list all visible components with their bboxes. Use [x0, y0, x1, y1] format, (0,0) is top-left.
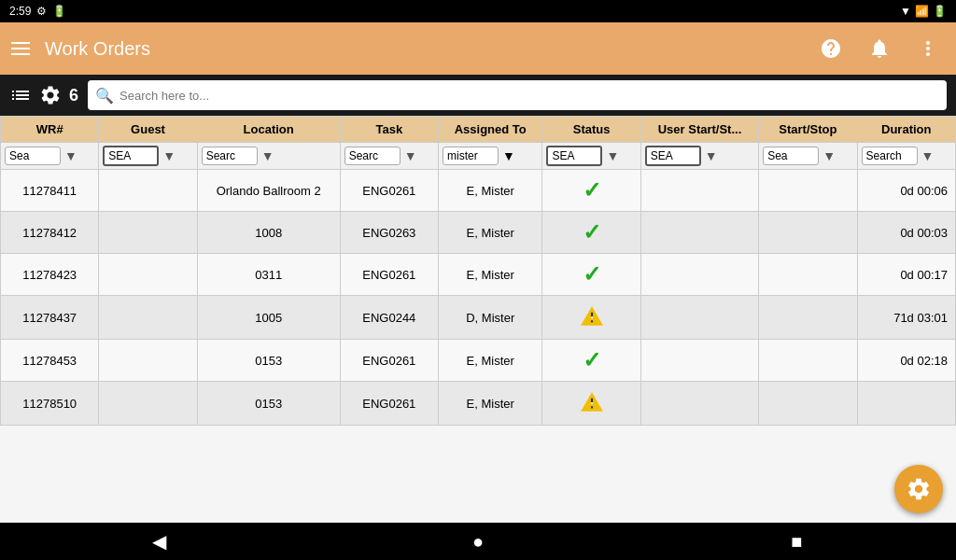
- cell-duration: 0d 00:06: [857, 170, 955, 212]
- filter-btn-duration[interactable]: ▼: [920, 147, 936, 165]
- cell-user-start-stop: [640, 296, 758, 340]
- cell-user-start-stop: [640, 170, 758, 212]
- battery-icon: 🔋: [52, 5, 66, 18]
- filter-btn-guest[interactable]: ▼: [161, 147, 177, 165]
- cell-wr: 11278423: [1, 254, 99, 296]
- cell-guest: [99, 296, 197, 340]
- table-row[interactable]: 112784530153ENG0261E, Mister✓0d 02:18: [1, 340, 956, 382]
- cell-start-stop: [759, 382, 857, 426]
- cell-status: ✓: [542, 212, 640, 254]
- cell-wr: 11278437: [1, 296, 99, 340]
- warning-icon: [579, 389, 605, 415]
- settings-small-icon: [39, 84, 62, 106]
- cell-user-start-stop: [640, 254, 758, 296]
- cell-location: 0153: [197, 340, 340, 382]
- list-icon: [9, 84, 32, 106]
- back-button[interactable]: ◀: [141, 523, 178, 560]
- col-header-status[interactable]: Status: [542, 117, 640, 143]
- filter-input-assigned-to[interactable]: [443, 147, 499, 165]
- cell-assigned-to: E, Mister: [438, 382, 542, 426]
- filter-input-task[interactable]: [344, 147, 401, 165]
- col-header-wr[interactable]: WR#: [1, 117, 99, 143]
- cell-task: ENG0261: [340, 170, 438, 212]
- cell-task: ENG0261: [340, 382, 438, 426]
- menu-button[interactable]: [11, 42, 30, 55]
- filter-input-guest[interactable]: [103, 146, 159, 166]
- table-row[interactable]: 112784230311ENG0261E, Mister✓0d 00:17: [1, 254, 956, 296]
- help-button[interactable]: [814, 32, 848, 65]
- work-orders-table: WR# Guest Location Task Assigned To Stat…: [0, 116, 956, 426]
- cell-status: [542, 296, 640, 340]
- status-time: 2:59: [9, 5, 31, 18]
- recent-apps-button[interactable]: ■: [778, 523, 815, 560]
- cell-start-stop: [759, 340, 857, 382]
- cell-task: ENG0263: [340, 212, 438, 254]
- cell-location: Orlando Ballroom 2: [197, 170, 340, 212]
- column-header-row: WR# Guest Location Task Assigned To Stat…: [1, 117, 956, 143]
- table-row[interactable]: 112785100153ENG0261E, Mister: [1, 382, 956, 426]
- table-row[interactable]: 11278411Orlando Ballroom 2ENG0261E, Mist…: [1, 170, 956, 212]
- filter-cell-user-start-stop: ▼: [640, 143, 758, 170]
- cell-assigned-to: E, Mister: [438, 340, 542, 382]
- filter-btn-location[interactable]: ▼: [260, 147, 276, 165]
- filter-btn-task[interactable]: ▼: [402, 147, 419, 165]
- search-icon: 🔍: [95, 87, 114, 105]
- filter-input-location[interactable]: [202, 147, 258, 165]
- cell-status: ✓: [542, 254, 640, 296]
- filter-input-status[interactable]: [546, 146, 602, 166]
- col-header-assigned-to[interactable]: Assigned To: [438, 117, 542, 143]
- home-button[interactable]: ●: [459, 523, 497, 560]
- cell-wr: 11278412: [1, 212, 99, 254]
- filter-btn-start-stop[interactable]: ▼: [821, 147, 837, 165]
- cell-duration: 0d 00:17: [857, 254, 955, 296]
- cell-guest: [99, 170, 197, 212]
- filter-cell-status: ▼: [542, 143, 640, 170]
- col-header-location[interactable]: Location: [197, 117, 340, 143]
- cell-status: ✓: [542, 340, 640, 382]
- cell-task: ENG0244: [340, 296, 438, 340]
- filter-btn-assigned-to[interactable]: ▼: [500, 147, 517, 165]
- checkmark-icon: ✓: [583, 347, 601, 372]
- cell-wr: 11278453: [1, 340, 99, 382]
- more-options-button[interactable]: [911, 32, 945, 65]
- notifications-button[interactable]: [863, 32, 896, 65]
- filter-btn-wr[interactable]: ▼: [63, 147, 79, 165]
- filter-btn-user-start-stop[interactable]: ▼: [703, 147, 720, 165]
- global-search-wrapper[interactable]: 🔍: [88, 80, 947, 110]
- filter-input-wr[interactable]: [5, 147, 61, 165]
- cell-location: 0311: [197, 254, 340, 296]
- filter-input-start-stop[interactable]: [763, 147, 819, 165]
- settings-icon: ⚙: [36, 5, 47, 18]
- col-header-start-stop[interactable]: Start/Stop: [759, 117, 857, 143]
- table-row[interactable]: 112784371005ENG0244D, Mister 71d 03:01: [1, 296, 956, 340]
- cell-start-stop: [759, 170, 857, 212]
- cell-task: ENG0261: [340, 254, 438, 296]
- cell-start-stop: [759, 212, 857, 254]
- app-bar: Work Orders: [0, 22, 956, 75]
- fab-settings[interactable]: [894, 465, 943, 513]
- cell-location: 1008: [197, 212, 340, 254]
- gear-icon: [906, 476, 932, 502]
- col-header-task[interactable]: Task: [340, 117, 438, 143]
- filter-input-duration[interactable]: [862, 147, 918, 165]
- cell-guest: [99, 340, 197, 382]
- bottom-nav: ◀ ● ■: [0, 523, 956, 560]
- status-bar: 2:59 ⚙ 🔋 ▼ 📶 🔋: [0, 0, 956, 22]
- cell-duration: [857, 382, 955, 426]
- table-row[interactable]: 112784121008ENG0263E, Mister✓0d 00:03: [1, 212, 956, 254]
- filter-input-user-start-stop[interactable]: [645, 146, 701, 166]
- filter-cell-guest: ▼: [99, 143, 197, 170]
- warning-triangle-icon: [580, 304, 604, 329]
- signal-icon: 📶: [915, 5, 929, 18]
- cell-assigned-to: E, Mister: [438, 254, 542, 296]
- cell-duration: 0d 00:03: [857, 212, 955, 254]
- wifi-icon: ▼: [900, 5, 911, 18]
- cell-start-stop: [759, 254, 857, 296]
- col-header-user-start-stop[interactable]: User Start/St...: [640, 117, 758, 143]
- search-bar-row: 6 🔍: [0, 75, 956, 116]
- col-header-duration[interactable]: Duration: [857, 117, 955, 143]
- page-title: Work Orders: [45, 38, 799, 60]
- col-header-guest[interactable]: Guest: [99, 117, 197, 143]
- filter-btn-status[interactable]: ▼: [604, 147, 621, 165]
- search-input[interactable]: [120, 89, 939, 103]
